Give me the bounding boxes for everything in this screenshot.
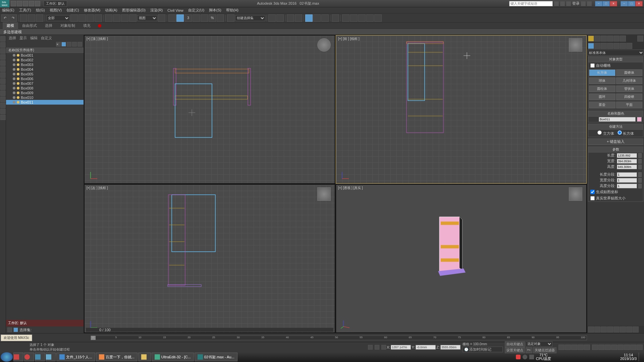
tray-i7[interactable]: [573, 355, 578, 359]
nav-i6[interactable]: [620, 326, 626, 333]
select-icon[interactable]: [70, 14, 78, 22]
align-icon[interactable]: [276, 14, 284, 22]
help-search-input[interactable]: [509, 1, 553, 6]
prim-几何球体[interactable]: 几何球体: [616, 77, 643, 84]
viewcube-top[interactable]: [317, 38, 331, 52]
spinner-snap-icon[interactable]: [201, 14, 208, 22]
cp-pin-icon[interactable]: [637, 36, 643, 42]
se-filter-icon[interactable]: [61, 42, 66, 47]
bind-icon[interactable]: [36, 14, 43, 22]
edit-named-sel-icon[interactable]: [227, 14, 234, 22]
scene-item-Box010[interactable]: Box010: [6, 95, 84, 100]
layers-icon[interactable]: [287, 14, 294, 22]
se-close-icon[interactable]: ×: [56, 42, 61, 47]
next-frame-icon[interactable]: [578, 345, 584, 350]
rotate-icon[interactable]: [113, 14, 120, 22]
prim-茶壶[interactable]: 茶壶: [589, 102, 615, 108]
lt-icon-7[interactable]: [0, 72, 6, 78]
render-last-icon[interactable]: [374, 14, 382, 22]
scene-tab-1[interactable]: 显示: [19, 36, 27, 41]
taskbar-task-0[interactable]: 文件_115个人...: [56, 353, 95, 361]
time-slider[interactable]: 0510152025303540455055606570758085909510…: [91, 336, 587, 340]
goto-end-icon[interactable]: [584, 345, 590, 350]
menu-自定义(U)[interactable]: 自定义(U): [188, 8, 204, 13]
scene-item-Box002[interactable]: Box002: [6, 58, 84, 62]
scene-item-Box008[interactable]: Box008: [6, 86, 84, 90]
snap-toggle-icon[interactable]: [176, 14, 184, 22]
percent-snap-icon[interactable]: [193, 14, 200, 22]
menu-工具(T)[interactable]: 工具(T): [19, 8, 31, 13]
param-spin-5[interactable]: [638, 184, 642, 188]
select-rect-icon[interactable]: [87, 14, 94, 22]
ribbon-tab-4[interactable]: 填充: [79, 22, 95, 29]
lt-icon-3[interactable]: [0, 48, 6, 54]
prim-管状体[interactable]: 管状体: [616, 85, 643, 92]
scale-icon[interactable]: [121, 14, 128, 22]
tray-icon-1[interactable]: [516, 355, 521, 359]
select-manip-icon[interactable]: [168, 14, 176, 22]
menu-脚本(S)[interactable]: 脚本(S): [209, 8, 221, 13]
inner-close-button[interactable]: ×: [610, 1, 617, 6]
lt-icon-8[interactable]: [0, 78, 6, 84]
placement-icon[interactable]: [129, 14, 137, 22]
login-link[interactable]: 登录: [572, 1, 580, 6]
viewport-front-label[interactable]: [+] [前 ] [线框 ]: [338, 37, 360, 41]
param-input-4[interactable]: [617, 178, 637, 183]
lt-icon-12[interactable]: [0, 103, 6, 108]
menu-帮助(H)[interactable]: 帮助(H): [226, 8, 238, 13]
snap-options-icon[interactable]: %: [209, 14, 216, 22]
se-i5[interactable]: [77, 42, 82, 47]
scene-item-Box001[interactable]: Box001: [6, 53, 84, 58]
lt-icon-10[interactable]: [0, 90, 6, 96]
tray-i6[interactable]: [567, 355, 571, 359]
window-crossing-icon[interactable]: [95, 14, 102, 22]
vc-i3[interactable]: [605, 345, 611, 350]
scene-item-Box006[interactable]: Box006: [6, 76, 84, 81]
vc-i8[interactable]: [637, 345, 643, 350]
object-name-input[interactable]: [599, 117, 636, 122]
play-icon[interactable]: [571, 345, 577, 350]
qat-undo-icon[interactable]: [29, 1, 34, 6]
link-icon[interactable]: [20, 14, 27, 22]
workspace-selector[interactable]: 工作区: 默认: [44, 1, 67, 7]
goto-start-icon[interactable]: [558, 345, 565, 350]
scene-item-Box003[interactable]: Box003: [6, 62, 84, 67]
scene-tab-2[interactable]: 编辑: [30, 36, 38, 41]
cp-utilities-icon[interactable]: [620, 36, 626, 42]
prim-球体[interactable]: 球体: [589, 77, 615, 84]
gen-uv-checkbox[interactable]: [590, 190, 595, 194]
shapes-icon[interactable]: [594, 43, 600, 49]
coord-y-input[interactable]: [416, 345, 436, 350]
spacewarps-icon[interactable]: [620, 43, 626, 49]
selection-filter[interactable]: 全部: [46, 15, 70, 21]
prev-frame-icon[interactable]: [565, 345, 571, 350]
render-icon[interactable]: [358, 14, 366, 22]
color-swatch[interactable]: [637, 117, 642, 122]
render-setup-icon[interactable]: [342, 14, 350, 22]
undo-button[interactable]: ↶: [1, 14, 9, 22]
tray-i10[interactable]: [593, 355, 598, 359]
cp-motion-icon[interactable]: [607, 36, 613, 42]
record-icon[interactable]: [98, 24, 101, 27]
render-preset-icon[interactable]: [366, 14, 374, 22]
taskbar-task-4[interactable]: 02书架.max - Au...: [195, 353, 237, 361]
viewcube-persp[interactable]: [569, 187, 582, 201]
ribbon-tab-3[interactable]: 对象绘制: [56, 22, 79, 29]
tray-i5[interactable]: [560, 355, 565, 359]
pinned-app-4[interactable]: [46, 353, 56, 361]
scene-item-Box005[interactable]: Box005: [6, 72, 84, 76]
primitive-category[interactable]: 标准基本体: [587, 50, 644, 56]
nav-i7[interactable]: [626, 326, 632, 333]
close-button[interactable]: ×: [635, 1, 643, 6]
menu-组(G)[interactable]: 组(G): [36, 8, 45, 13]
viewport-left[interactable]: [+] [左 ] [线框 ] 0 / 100: [84, 184, 335, 333]
scene-tab-3[interactable]: 自定义: [41, 36, 52, 41]
param-spin-0[interactable]: [638, 153, 642, 158]
opt-cube[interactable]: 立方体: [597, 130, 614, 136]
lights-icon[interactable]: [601, 43, 607, 49]
param-input-2[interactable]: [617, 165, 637, 169]
scene-tab-0[interactable]: 选择: [9, 36, 16, 41]
viewport-perspective[interactable]: [+] [透视 ] [真实 ]: [336, 184, 587, 333]
viewport-top-label[interactable]: [+] [顶 ] [线框 ]: [87, 37, 108, 41]
lt-icon-9[interactable]: [0, 84, 6, 90]
